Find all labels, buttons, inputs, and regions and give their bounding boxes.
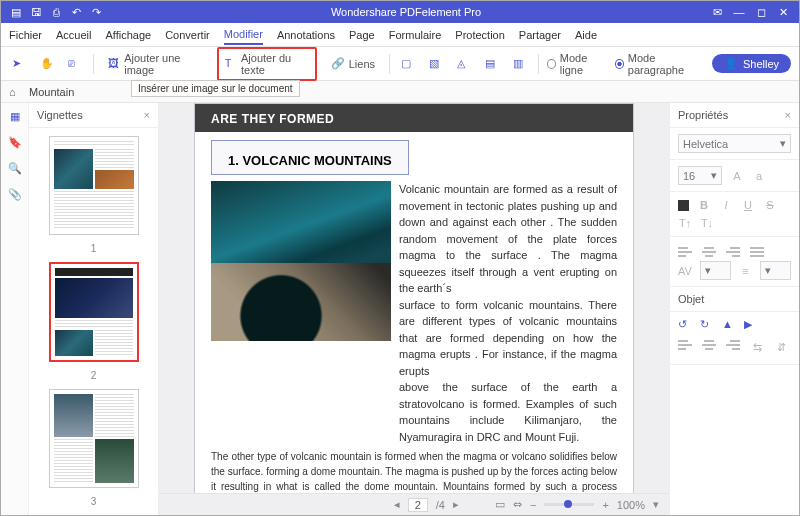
thumbnail-page-2[interactable] [49, 262, 139, 362]
next-page-icon[interactable]: ▸ [453, 498, 459, 511]
chevron-down-icon: ▾ [780, 137, 786, 150]
thumb-num-1: 1 [91, 243, 97, 254]
status-bar: ◂ 2 /4 ▸ ▭ ⇔ − + 100% ▾ [159, 493, 669, 515]
align-center-icon[interactable] [702, 247, 716, 257]
thumbnails-close-icon[interactable]: × [144, 109, 150, 121]
redact-icon[interactable]: ▧ [426, 54, 446, 74]
redo-icon[interactable]: ↷ [89, 6, 103, 19]
fit-page-icon[interactable]: ▭ [495, 498, 505, 511]
document-tab[interactable]: Mountain [29, 86, 74, 98]
links-label: Liens [349, 58, 375, 70]
subscript-icon[interactable]: T↓ [700, 216, 714, 230]
properties-close-icon[interactable]: × [785, 109, 791, 121]
save-icon[interactable]: 🖫 [29, 6, 43, 19]
paragraph-text[interactable]: Volcanic mountain are formed as a result… [399, 181, 617, 445]
tooltip: Insérer une image sur le document [131, 80, 300, 97]
home-tab-icon[interactable]: ⌂ [9, 86, 21, 98]
bold-icon[interactable]: B [697, 198, 711, 212]
title-bar: ▤ 🖫 ⎙ ↶ ↷ Wondershare PDFelement Pro ✉ —… [1, 1, 799, 23]
app-title: Wondershare PDFelement Pro [111, 6, 701, 18]
zoom-slider[interactable] [544, 503, 594, 506]
prev-page-icon[interactable]: ◂ [394, 498, 400, 511]
distribute-h-icon[interactable]: ⇆ [750, 340, 764, 354]
menu-page[interactable]: Page [349, 29, 375, 41]
decrease-size-icon[interactable]: a [752, 169, 766, 183]
superscript-icon[interactable]: T↑ [678, 216, 692, 230]
char-spacing-select[interactable]: ▾ [700, 261, 731, 280]
menu-protection[interactable]: Protection [455, 29, 505, 41]
underline-icon[interactable]: U [741, 198, 755, 212]
inline-image[interactable] [211, 181, 391, 341]
attachments-rail-icon[interactable]: 📎 [8, 187, 22, 201]
mail-icon[interactable]: ✉ [709, 6, 725, 19]
paragraph-text-wide[interactable]: The other type of volcanic mountain is f… [195, 445, 633, 493]
menu-view[interactable]: Affichage [105, 29, 151, 41]
menu-annotations[interactable]: Annotations [277, 29, 335, 41]
menu-form[interactable]: Formulaire [389, 29, 442, 41]
obj-align-left-icon[interactable] [678, 340, 692, 350]
bookmarks-rail-icon[interactable]: 🔖 [8, 135, 22, 149]
undo-icon[interactable]: ↶ [69, 6, 83, 19]
rotate-right-icon[interactable]: ↻ [700, 318, 714, 332]
fit-width-icon[interactable]: ⇔ [513, 498, 522, 511]
pointer-tool[interactable]: ➤ [9, 54, 29, 74]
page-number-field[interactable]: 2 [408, 498, 428, 512]
close-button[interactable]: ✕ [775, 6, 791, 19]
links-button[interactable]: 🔗Liens [325, 54, 381, 74]
char-spacing-icon[interactable]: AV [678, 264, 692, 278]
crop-icon[interactable]: ▢ [398, 54, 418, 74]
chevron-down-icon: ▾ [765, 264, 771, 277]
align-right-icon[interactable] [726, 247, 740, 257]
print-icon[interactable]: ⎙ [49, 6, 63, 19]
flip-horizontal-icon[interactable]: ▶ [744, 318, 758, 332]
zoom-dropdown-icon[interactable]: ▾ [653, 498, 659, 511]
heading-1[interactable]: 1. VOLCANIC MOUNTAINS [211, 140, 409, 175]
line-spacing-select[interactable]: ▾ [760, 261, 791, 280]
menu-convert[interactable]: Convertir [165, 29, 210, 41]
page-viewport[interactable]: ARE THEY FORMED 1. VOLCANIC MOUNTAINS Vo… [159, 103, 669, 493]
align-left-icon[interactable] [678, 247, 692, 257]
line-spacing-icon[interactable]: ≡ [739, 264, 751, 278]
obj-align-right-icon[interactable] [726, 340, 740, 350]
distribute-v-icon[interactable]: ⇵ [774, 340, 788, 354]
align-justify-icon[interactable] [750, 247, 764, 257]
text-color-swatch[interactable] [678, 200, 689, 211]
hand-tool[interactable]: ✋ [37, 54, 57, 74]
menu-share[interactable]: Partager [519, 29, 561, 41]
increase-size-icon[interactable]: A [730, 169, 744, 183]
menu-home[interactable]: Accueil [56, 29, 91, 41]
font-size-select[interactable]: 16▾ [678, 166, 722, 185]
mode-paragraph-radio[interactable]: Mode paragraphe [615, 52, 704, 76]
strike-icon[interactable]: S [763, 198, 777, 212]
zoom-out-icon[interactable]: − [530, 499, 536, 511]
rotate-left-icon[interactable]: ↺ [678, 318, 692, 332]
italic-icon[interactable]: I [719, 198, 733, 212]
watermark-icon[interactable]: ◬ [454, 54, 474, 74]
flip-vertical-icon[interactable]: ▲ [722, 318, 736, 332]
zoom-in-icon[interactable]: + [602, 499, 608, 511]
add-text-button[interactable]: TAjouter du texte [217, 47, 317, 81]
thumbnails-rail-icon[interactable]: ▦ [8, 109, 22, 123]
user-chip[interactable]: 👤Shelley [712, 54, 791, 73]
add-image-button[interactable]: 🖼Ajouter une image [102, 49, 209, 79]
thumbnail-page-3[interactable] [49, 389, 139, 488]
maximize-button[interactable]: ◻ [753, 6, 769, 19]
font-family-select[interactable]: Helvetica▾ [678, 134, 791, 153]
page-count: /4 [436, 499, 445, 511]
menu-edit[interactable]: Modifier [224, 28, 263, 45]
menu-file[interactable]: Fichier [9, 29, 42, 41]
obj-align-center-icon[interactable] [702, 340, 716, 350]
thumbnail-list[interactable]: 1 2 3 [29, 128, 158, 515]
header-footer-icon[interactable]: ▤ [482, 54, 502, 74]
bates-icon[interactable]: ▥ [510, 54, 530, 74]
document-canvas: ARE THEY FORMED 1. VOLCANIC MOUNTAINS Vo… [159, 103, 669, 515]
minimize-button[interactable]: — [731, 6, 747, 19]
select-tool[interactable]: ⎚ [65, 54, 85, 74]
app-logo-icon: ▤ [9, 6, 23, 19]
menu-help[interactable]: Aide [575, 29, 597, 41]
mode-line-radio[interactable]: Mode ligne [547, 52, 607, 76]
thumbnails-title: Vignettes [37, 109, 83, 121]
thumbnail-page-1[interactable] [49, 136, 139, 235]
document-tabs: ⌂ Mountain [1, 81, 799, 103]
search-rail-icon[interactable]: 🔍 [8, 161, 22, 175]
